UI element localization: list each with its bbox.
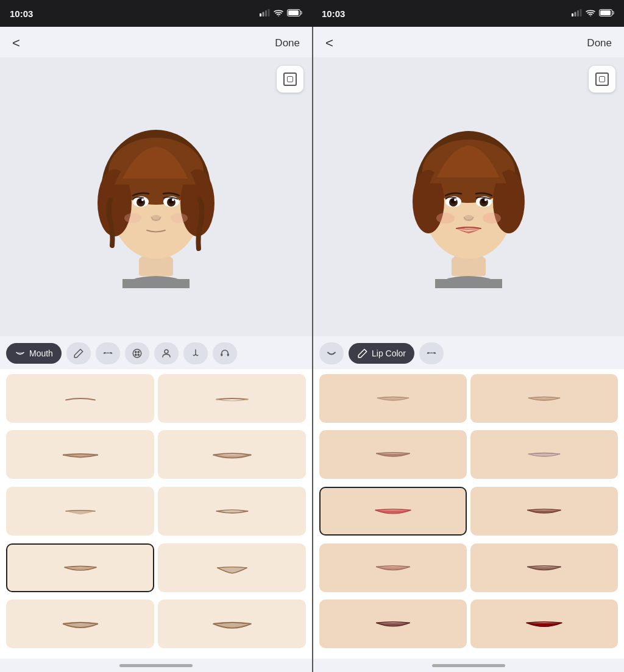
lip-option-8[interactable] bbox=[470, 543, 618, 592]
status-icons-right bbox=[572, 9, 614, 18]
right-nav-bar: < Done bbox=[313, 27, 624, 57]
lip-option-10[interactable] bbox=[470, 599, 618, 648]
status-icons-left bbox=[260, 9, 302, 18]
left-back-button[interactable]: < bbox=[12, 35, 20, 51]
svg-point-35 bbox=[135, 351, 136, 352]
lip-option-3[interactable] bbox=[319, 430, 467, 479]
right-mouth-icon bbox=[326, 348, 337, 359]
right-mustache-icon bbox=[426, 348, 437, 359]
lip-option-1[interactable] bbox=[319, 374, 467, 423]
svg-point-4 bbox=[278, 15, 279, 16]
lipcolor-pencil-icon bbox=[357, 348, 368, 359]
right-snapshot-button[interactable] bbox=[589, 66, 615, 93]
left-home-bar bbox=[119, 664, 193, 667]
mouth-label: Mouth bbox=[29, 348, 53, 358]
right-mustache-tool[interactable] bbox=[419, 342, 444, 364]
lip-option-4[interactable] bbox=[470, 430, 618, 479]
svg-point-57 bbox=[454, 199, 456, 201]
svg-point-32 bbox=[124, 213, 141, 223]
svg-rect-13 bbox=[600, 10, 611, 15]
svg-rect-7 bbox=[572, 13, 573, 16]
svg-rect-45 bbox=[435, 279, 502, 288]
nose-tool[interactable] bbox=[183, 342, 208, 364]
palette-icon bbox=[132, 348, 143, 359]
lip-option-9[interactable] bbox=[319, 599, 467, 648]
right-panel: < Done bbox=[312, 27, 624, 672]
person-tool[interactable] bbox=[154, 342, 179, 364]
mouth-option-1[interactable] bbox=[6, 374, 154, 423]
svg-rect-10 bbox=[580, 9, 582, 16]
svg-rect-40 bbox=[221, 353, 222, 356]
right-options-grid bbox=[313, 369, 624, 659]
left-home-indicator bbox=[0, 659, 312, 672]
headphone-icon bbox=[219, 348, 230, 359]
mouth-option-8[interactable] bbox=[158, 543, 306, 592]
signal-icon-left bbox=[260, 9, 270, 18]
signal-icon-right bbox=[572, 9, 582, 18]
left-toolbar: Mouth bbox=[0, 336, 312, 369]
svg-rect-6 bbox=[288, 10, 299, 15]
lipcolor-tool[interactable]: Lip Color bbox=[349, 343, 414, 364]
snapshot-icon bbox=[283, 73, 297, 86]
wifi-icon-right bbox=[586, 9, 595, 18]
pencil-icon bbox=[73, 348, 84, 359]
svg-point-38 bbox=[138, 354, 139, 355]
right-snapshot-icon bbox=[595, 73, 609, 86]
mouth-option-10[interactable] bbox=[158, 599, 306, 648]
battery-icon-right bbox=[599, 9, 614, 18]
left-avatar-area bbox=[0, 57, 312, 336]
person-icon bbox=[161, 348, 172, 359]
left-avatar-svg bbox=[89, 105, 223, 288]
svg-rect-15 bbox=[139, 258, 173, 276]
mouth-option-7[interactable] bbox=[6, 543, 154, 592]
time-left: 10:03 bbox=[10, 9, 33, 19]
svg-point-58 bbox=[484, 199, 487, 201]
palette-tool[interactable] bbox=[125, 342, 149, 364]
svg-point-11 bbox=[590, 15, 591, 16]
svg-rect-43 bbox=[452, 258, 486, 276]
mouth-option-5[interactable] bbox=[6, 487, 154, 536]
mouth-option-4[interactable] bbox=[158, 430, 306, 479]
svg-point-33 bbox=[171, 213, 188, 223]
right-avatar-svg bbox=[402, 105, 536, 288]
right-toolbar: Lip Color bbox=[313, 336, 624, 369]
svg-rect-2 bbox=[265, 10, 267, 16]
lip-option-7[interactable] bbox=[319, 543, 467, 592]
svg-rect-8 bbox=[575, 12, 576, 16]
lip-option-5[interactable] bbox=[319, 487, 467, 536]
svg-point-34 bbox=[133, 349, 141, 358]
lip-option-2[interactable] bbox=[470, 374, 618, 423]
left-snapshot-button[interactable] bbox=[277, 66, 303, 93]
svg-rect-9 bbox=[577, 10, 579, 16]
right-avatar-area bbox=[313, 57, 624, 336]
right-back-button[interactable]: < bbox=[325, 35, 333, 51]
svg-point-37 bbox=[135, 354, 136, 355]
svg-point-29 bbox=[141, 199, 144, 201]
lip-option-6[interactable] bbox=[470, 487, 618, 536]
battery-icon-left bbox=[287, 9, 302, 18]
svg-point-61 bbox=[483, 213, 501, 224]
svg-rect-1 bbox=[263, 12, 264, 16]
mouth-option-6[interactable] bbox=[158, 487, 306, 536]
mouth-tool[interactable]: Mouth bbox=[6, 343, 62, 364]
status-left: 10:03 bbox=[0, 0, 312, 27]
wifi-icon-left bbox=[274, 9, 283, 18]
mouth-option-3[interactable] bbox=[6, 430, 154, 479]
right-home-bar bbox=[432, 664, 505, 667]
headphone-tool[interactable] bbox=[213, 342, 237, 364]
left-nav-bar: < Done bbox=[0, 27, 312, 57]
nose-icon bbox=[190, 348, 201, 359]
svg-rect-0 bbox=[260, 13, 261, 16]
mustache-tool[interactable] bbox=[96, 342, 120, 364]
mouth-icon bbox=[15, 348, 26, 359]
mouth-option-9[interactable] bbox=[6, 599, 154, 648]
left-panel: < Done bbox=[0, 27, 312, 672]
panels: < Done bbox=[0, 27, 624, 672]
right-done-button[interactable]: Done bbox=[587, 37, 612, 49]
pencil-tool[interactable] bbox=[66, 342, 91, 364]
svg-point-60 bbox=[436, 213, 455, 224]
mouth-option-2[interactable] bbox=[158, 374, 306, 423]
svg-point-39 bbox=[165, 350, 168, 353]
left-done-button[interactable]: Done bbox=[275, 37, 300, 49]
right-mouth-tool[interactable] bbox=[319, 342, 344, 364]
